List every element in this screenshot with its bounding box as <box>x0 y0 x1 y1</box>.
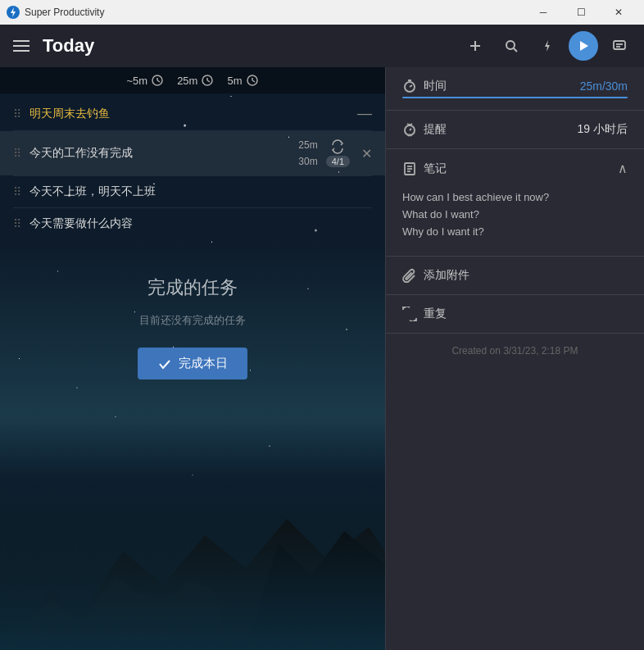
drag-handle: ⠿ <box>13 147 21 160</box>
created-text: Created on 3/31/23, 2:18 PM <box>451 345 578 357</box>
attachment-label: 添加附件 <box>424 268 469 283</box>
svg-line-20 <box>207 80 210 82</box>
notes-header-left: 笔记 <box>402 161 447 176</box>
approx-time-value: ~5m <box>126 75 147 87</box>
add-button[interactable] <box>460 31 490 61</box>
repeat-row: 重复 <box>402 307 628 321</box>
task-title: 明天周末去钓鱼 <box>29 107 349 121</box>
svg-line-27 <box>410 85 412 87</box>
drag-handle: ⠿ <box>13 107 21 120</box>
task-list: ⠿ 明天周末去钓鱼 — ⠿ 今天的工作没有完成 25m 30m <box>0 93 385 243</box>
svg-marker-6 <box>545 40 550 52</box>
repeat-label: 重复 <box>424 307 447 321</box>
task-title: 今天需要做什么内容 <box>29 216 372 231</box>
completed-empty-text: 目前还没有完成的任务 <box>139 313 246 328</box>
repeat-section[interactable]: 重复 <box>386 295 644 334</box>
notes-icon <box>402 161 417 176</box>
attachment-icon <box>402 268 417 283</box>
right-panel: 时间 25m/30m <box>385 67 644 650</box>
attachment-section[interactable]: 添加附件 <box>386 257 644 295</box>
play-button[interactable] <box>569 31 598 61</box>
note-line-2: What do I want? <box>402 208 628 220</box>
break-time-value: 5m <box>227 75 242 87</box>
finish-day-button[interactable]: 完成本日 <box>138 348 247 380</box>
titlebar-left: Super Productivity <box>7 6 104 19</box>
task-close-button[interactable]: ✕ <box>361 146 372 161</box>
repeat-icon <box>330 139 345 154</box>
time-value: 25m/30m <box>580 80 628 93</box>
page-title: Today <box>43 35 451 57</box>
svg-line-5 <box>514 48 517 52</box>
reminder-row: 提醒 19 小时后 <box>402 122 628 137</box>
break-time-item: 5m <box>227 74 258 87</box>
toolbar-actions <box>460 31 634 61</box>
finish-day-label: 完成本日 <box>179 356 228 371</box>
task-icon-group: 4/1 <box>326 139 350 167</box>
notes-section: 笔记 ∧ How can I best achieve it now? What… <box>386 149 644 257</box>
panel-content: ~5m 25m <box>0 67 385 650</box>
attachment-row: 添加附件 <box>402 268 628 283</box>
svg-line-32 <box>410 129 411 130</box>
time-detail-row: 时间 25m/30m <box>402 79 628 93</box>
time-detail-section: 时间 25m/30m <box>386 67 644 111</box>
content-area: ~5m 25m <box>0 67 644 650</box>
completed-section: 完成的任务 目前还没有完成的任务 完成本日 <box>0 243 385 650</box>
note-line-1: How can I best achieve it now? <box>402 191 628 203</box>
alarm-icon <box>402 122 417 137</box>
reminder-section[interactable]: 提醒 19 小时后 <box>386 111 644 149</box>
task-badge: 4/1 <box>326 156 350 167</box>
clock-icon-1 <box>151 74 164 87</box>
notes-header[interactable]: 笔记 ∧ <box>386 149 644 188</box>
notes-collapse-icon: ∧ <box>618 161 628 176</box>
task-meta: 25m 30m <box>298 139 317 167</box>
drag-handle: ⠿ <box>13 217 21 230</box>
play-icon <box>576 39 591 53</box>
chat-icon <box>612 39 627 53</box>
worked-time-value: 25m <box>177 75 197 87</box>
notes-content: How can I best achieve it now? What do I… <box>386 188 644 256</box>
task-title: 今天不上班，明天不上班 <box>29 184 372 199</box>
clock-icon-2 <box>201 74 214 87</box>
left-panel: ~5m 25m <box>0 67 385 650</box>
task-item[interactable]: ⠿ 今天需要做什么内容 <box>0 208 385 239</box>
svg-marker-7 <box>580 41 588 51</box>
app-icon <box>7 6 20 19</box>
task-title: 今天的工作没有完成 <box>29 146 290 161</box>
lightning-icon <box>540 39 555 53</box>
chat-button[interactable] <box>605 31 634 61</box>
titlebar-controls: ─ ☐ ✕ <box>524 0 637 25</box>
task-item[interactable]: ⠿ 明天周末去钓鱼 — <box>0 97 385 130</box>
approx-time-item: ~5m <box>126 74 164 87</box>
stopwatch-icon <box>402 79 417 93</box>
drag-handle: ⠿ <box>13 185 21 198</box>
repeat-section-icon <box>402 307 417 321</box>
add-icon <box>467 38 483 54</box>
completed-title: 完成的任务 <box>147 275 238 300</box>
svg-line-23 <box>252 80 255 82</box>
note-line-3: Why do I want it? <box>402 225 628 238</box>
svg-line-17 <box>157 80 160 82</box>
reminder-label-text: 提醒 <box>424 122 447 137</box>
created-info: Created on 3/31/23, 2:18 PM <box>386 334 644 368</box>
reminder-value: 19 小时后 <box>578 122 628 137</box>
restore-button[interactable]: ☐ <box>562 0 600 25</box>
task-item[interactable]: ⠿ 今天不上班，明天不上班 <box>0 176 385 207</box>
task-time-est: 25m <box>298 139 317 151</box>
time-tab-underline <box>402 97 628 98</box>
time-summary: ~5m 25m <box>0 67 385 93</box>
titlebar-title: Super Productivity <box>25 7 104 18</box>
task-item[interactable]: ⠿ 今天的工作没有完成 25m 30m <box>0 131 385 175</box>
minimize-button[interactable]: ─ <box>524 0 562 25</box>
svg-line-34 <box>410 134 411 136</box>
titlebar: Super Productivity ─ ☐ ✕ <box>0 0 644 25</box>
menu-button[interactable] <box>10 37 33 55</box>
search-icon <box>504 39 519 53</box>
close-button[interactable]: ✕ <box>600 0 637 25</box>
svg-point-4 <box>506 41 515 49</box>
menu-line-3 <box>13 50 29 52</box>
lightning-button[interactable] <box>533 31 562 61</box>
search-button[interactable] <box>497 31 526 61</box>
time-label-text: 时间 <box>424 79 447 93</box>
worked-time-item: 25m <box>177 74 214 87</box>
time-label: 时间 <box>402 79 447 93</box>
